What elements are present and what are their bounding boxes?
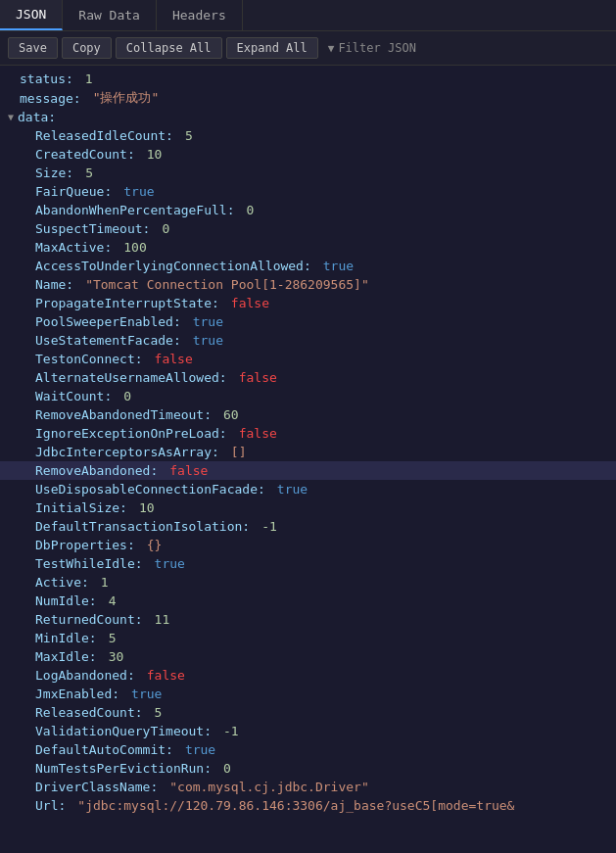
field-val: 10 <box>139 500 155 515</box>
json-row: MinIdle:5 <box>0 629 616 647</box>
collapse-all-button[interactable]: Collapse All <box>116 37 222 59</box>
field-val: "Tomcat Connection Pool[1-286209565]" <box>85 277 369 292</box>
field-key: RemoveAbandoned: <box>35 463 158 478</box>
json-row-data: ▼ data: <box>0 108 616 126</box>
field-val: false <box>155 352 193 366</box>
json-row: AccessToUnderlyingConnectionAllowed:true <box>0 257 616 275</box>
filter-label: Filter JSON <box>338 41 415 55</box>
field-key: TestWhileIdle: <box>35 556 143 571</box>
json-row: NumIdle:4 <box>0 592 616 610</box>
field-val: 30 <box>109 649 124 664</box>
tab-headers[interactable]: Headers <box>157 0 243 30</box>
field-key: AlternateUsernameAllowed: <box>35 370 227 385</box>
json-row: Url:"jdbc:mysql://120.79.86.146:3306/aj_… <box>0 796 616 815</box>
field-val: 0 <box>247 203 255 217</box>
field-key: MinIdle: <box>35 631 97 645</box>
json-row: DbProperties:{} <box>0 536 616 554</box>
copy-button[interactable]: Copy <box>62 37 112 59</box>
field-key: DefaultTransactionIsolation: <box>35 519 250 534</box>
json-row: InitialSize:10 <box>0 498 616 517</box>
field-val: 0 <box>162 221 169 236</box>
json-row: DefaultTransactionIsolation:-1 <box>0 517 616 536</box>
json-row: CreatedCount:10 <box>0 145 616 164</box>
field-key: Url: <box>35 798 66 813</box>
field-val: false <box>239 426 277 441</box>
json-row: DriverClassName:"com.mysql.cj.jdbc.Drive… <box>0 778 616 796</box>
data-arrow[interactable]: ▼ <box>8 112 14 122</box>
field-key: UseDisposableConnectionFacade: <box>35 482 265 497</box>
json-row: UseDisposableConnectionFacade:true <box>0 480 616 498</box>
json-row-message: message: "操作成功" <box>0 88 616 108</box>
field-val: 5 <box>155 705 163 720</box>
json-row: MaxIdle:30 <box>0 647 616 666</box>
field-key: PropagateInterruptState: <box>35 296 219 310</box>
field-key: PoolSweeperEnabled: <box>35 314 181 329</box>
filter-area: ▼ Filter JSON <box>328 41 416 55</box>
json-row: JmxEnabled:true <box>0 685 616 703</box>
field-val: false <box>231 296 269 310</box>
field-val: false <box>169 463 208 478</box>
save-button[interactable]: Save <box>8 37 58 59</box>
field-val: 1 <box>101 575 109 590</box>
json-row: SuspectTimeout:0 <box>0 219 616 238</box>
json-row: ReleasedCount:5 <box>0 703 616 722</box>
field-val: 0 <box>223 761 231 776</box>
json-row: ReleasedIdleCount:5 <box>0 126 616 145</box>
json-row: WaitCount:0 <box>0 387 616 405</box>
field-key: DbProperties: <box>35 538 135 552</box>
field-val: 60 <box>223 407 239 422</box>
key-status: status: <box>20 71 73 86</box>
json-row: RemoveAbandonedTimeout:60 <box>0 405 616 424</box>
key-data: data: <box>18 110 56 124</box>
field-key: Name: <box>35 277 73 292</box>
json-row: LogAbandoned:false <box>0 666 616 685</box>
field-key: UseStatementFacade: <box>35 333 181 348</box>
json-row: MaxActive:100 <box>0 238 616 257</box>
field-key: DriverClassName: <box>35 780 158 794</box>
expand-all-button[interactable]: Expand All <box>226 37 318 59</box>
field-val: false <box>239 370 277 385</box>
tab-json[interactable]: JSON <box>0 0 63 30</box>
tab-raw-data[interactable]: Raw Data <box>63 0 157 30</box>
val-status: 1 <box>85 71 93 86</box>
field-key: ValidationQueryTimeout: <box>35 724 212 738</box>
json-row: IgnoreExceptionOnPreLoad:false <box>0 424 616 443</box>
field-val: 100 <box>123 240 146 255</box>
field-val: false <box>147 668 185 683</box>
field-key: InitialSize: <box>35 500 127 515</box>
json-row: ReturnedCount:11 <box>0 610 616 629</box>
json-row: TestonConnect:false <box>0 350 616 368</box>
field-key: NumTestsPerEvictionRun: <box>35 761 212 776</box>
json-row-status: status: 1 <box>0 70 616 88</box>
tab-bar: JSON Raw Data Headers <box>0 0 616 31</box>
field-key: DefaultAutoCommit: <box>35 742 173 757</box>
field-val: {} <box>147 538 163 552</box>
field-key: ReturnedCount: <box>35 612 143 627</box>
field-val: true <box>185 742 215 757</box>
json-row: Name:"Tomcat Connection Pool[1-286209565… <box>0 275 616 294</box>
field-val: 0 <box>123 389 131 403</box>
field-val: true <box>155 556 185 571</box>
field-val: -1 <box>223 724 239 738</box>
field-key: LogAbandoned: <box>35 668 135 683</box>
json-row: AbandonWhenPercentageFull:0 <box>0 201 616 219</box>
field-val: "com.mysql.cj.jdbc.Driver" <box>169 780 369 794</box>
field-val: 11 <box>155 612 170 627</box>
field-val: true <box>277 482 308 497</box>
field-key: TestonConnect: <box>35 352 143 366</box>
json-row: ValidationQueryTimeout:-1 <box>0 722 616 740</box>
json-row: Active:1 <box>0 573 616 592</box>
field-key: Active: <box>35 575 89 590</box>
field-key: AbandonWhenPercentageFull: <box>35 203 235 217</box>
field-key: JdbcInterceptorsAsArray: <box>35 445 219 459</box>
field-val: 4 <box>109 593 117 608</box>
json-row: AlternateUsernameAllowed:false <box>0 368 616 387</box>
field-val: 5 <box>85 166 93 180</box>
field-key: JmxEnabled: <box>35 687 119 701</box>
field-key: CreatedCount: <box>35 147 135 162</box>
field-key: FairQueue: <box>35 184 112 199</box>
field-key: ReleasedIdleCount: <box>35 128 173 143</box>
json-row: JdbcInterceptorsAsArray:[] <box>0 443 616 461</box>
field-key: MaxIdle: <box>35 649 97 664</box>
field-key: MaxActive: <box>35 240 112 255</box>
